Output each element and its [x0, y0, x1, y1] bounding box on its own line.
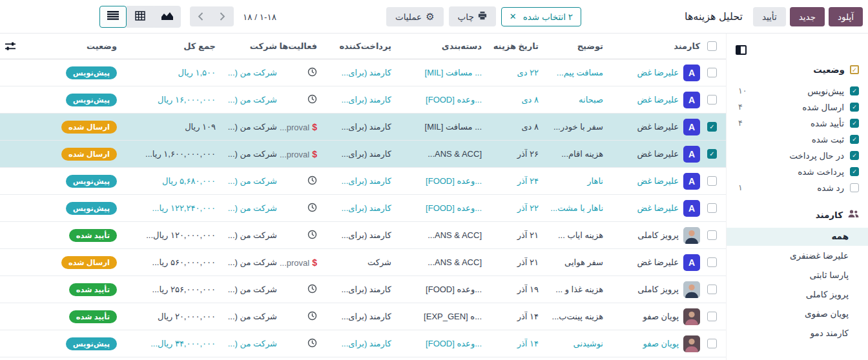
table-row[interactable]: A علیرضا غض ناهار ۲۴ آذر [FOOD] وعده... … [0, 168, 726, 195]
table-row[interactable]: پرویز کاملی هزینه غذا و ... ۱۹ آذر [FOOD… [0, 276, 726, 303]
clock-activity-icon[interactable] [280, 67, 320, 79]
table-row[interactable]: ✓ A علیرضا غض سفر با خودر... ۸ دی [MIL] … [0, 114, 726, 141]
row-checkbox[interactable] [707, 203, 717, 213]
row-checkbox[interactable] [707, 176, 717, 186]
employee-name: علیرضا غض [637, 68, 679, 77]
status-filter-checkbox[interactable]: ✓ [850, 103, 859, 112]
employee-filter-item[interactable]: علیرضا غضنفری [727, 247, 868, 265]
activity-cell[interactable]: $...proval [280, 149, 320, 159]
status-filter-item[interactable]: ✓ارسال شده۴ [727, 99, 868, 115]
activity-cell[interactable]: $...proval [280, 257, 320, 268]
activity-cell[interactable]: $...proval [280, 122, 320, 132]
expense-description: ناهار [541, 176, 606, 186]
row-checkbox[interactable] [707, 68, 717, 77]
avatar [683, 227, 700, 244]
employee-name: علیرضا غض [637, 95, 679, 105]
employee-filter-item[interactable]: پرویز کاملی [727, 286, 868, 304]
status-filter-checkbox[interactable]: ✓ [850, 135, 859, 144]
paid-by: کارمند (برای... [320, 203, 394, 213]
table-row[interactable]: A علیرضا غض سفر هوایی ۲۱ آذر ...ANS & AC… [0, 249, 726, 276]
column-header-date[interactable]: تاریخ هزینه [484, 41, 541, 51]
row-checkbox[interactable] [707, 230, 717, 240]
actions-button[interactable]: ⚙ عملیات [386, 7, 444, 26]
optional-columns-icon[interactable] [0, 42, 47, 51]
table-row[interactable]: پویان صفو نوشیدنی ۱۴ آذر [FOOD] وعده... … [0, 330, 726, 357]
total-amount: ۱۲۰,۰۰۰,۰۰۰ ریال... [125, 230, 218, 240]
sidebar-toggle-icon[interactable] [736, 45, 747, 55]
row-checkbox[interactable] [707, 257, 717, 267]
column-header-company[interactable]: شرکت [218, 41, 280, 51]
employee-filter-item[interactable]: پویان صفوی [727, 305, 868, 323]
status-filter-item[interactable]: ✓تأیید شده۴ [727, 115, 868, 131]
status-filter-label: ارسال شده [802, 102, 844, 112]
selection-toolbar: ۲ انتخاب شده ✕ چاپ ⚙ عملیات [386, 6, 581, 26]
pivot-view-button[interactable] [127, 6, 154, 28]
status-filter-item[interactable]: ✓پرداخت شده [727, 163, 868, 179]
gear-icon: ⚙ [426, 12, 434, 21]
employee-filter-item[interactable]: کارمند دمو [727, 325, 868, 343]
paid-by: کارمند (برای... [320, 149, 394, 159]
column-header-activities[interactable]: فعالیت‌ها [280, 41, 320, 51]
clock-activity-icon[interactable] [280, 338, 320, 350]
status-filter-checkbox[interactable]: ✓ [850, 151, 859, 160]
column-header-status[interactable]: وضعیت [47, 41, 125, 51]
status-filter-checkbox[interactable]: ✓ [850, 86, 859, 95]
clock-activity-icon[interactable] [280, 94, 320, 106]
column-header-description[interactable]: توضیح [541, 41, 606, 51]
status-filter-label: رد شده [817, 183, 844, 193]
table-row[interactable]: A علیرضا غض صبحانه ۸ دی [FOOD] وعده... ک… [0, 86, 726, 114]
new-button[interactable]: جدید [790, 7, 825, 26]
row-checkbox[interactable] [707, 339, 717, 348]
paid-by: کارمند (برای... [320, 122, 394, 132]
avatar: A [683, 92, 700, 108]
table-row[interactable]: پرویز کاملی هزینه ایاب ... ۲۱ آذر ...ANS… [0, 222, 726, 249]
clock-activity-icon[interactable] [280, 311, 320, 323]
table-row[interactable]: پویان صفو هزینه پینت‌ب... ۱۴ آذر [EXP_GE… [0, 303, 726, 330]
filter-sidebar: ✓ وضعیت ✓پیش‌نویس۱۰✓ارسال شده۴✓تأیید شده… [726, 34, 868, 360]
clock-activity-icon[interactable] [280, 284, 320, 295]
status-filter-checkbox[interactable] [850, 183, 859, 192]
company: شرکت من (... [218, 176, 280, 186]
status-filter-label: تأیید شده [811, 118, 844, 128]
status-filter-checkbox[interactable]: ✓ [850, 119, 859, 128]
print-button[interactable]: چاپ [449, 6, 496, 26]
expense-description: سفر هوایی [541, 257, 606, 267]
employee-filter-item[interactable]: همه [727, 228, 868, 246]
clear-selection-icon[interactable]: ✕ [510, 12, 517, 21]
status-filter-item[interactable]: ✓ثبت شده [727, 131, 868, 147]
pager-previous-icon[interactable] [190, 6, 212, 26]
row-checkbox[interactable] [707, 285, 717, 294]
table-header-row: کارمند توضیح تاریخ هزینه دسته‌بندی پرداخ… [0, 34, 726, 59]
employee-name: پرویز کاملی [637, 285, 679, 294]
total-amount: ۵,۶۸۰,۰۰۰ ریال [125, 176, 218, 186]
status-filter-item[interactable]: رد شده۱ [727, 179, 868, 195]
pager-next-icon[interactable] [212, 6, 234, 26]
row-checkbox[interactable] [707, 95, 717, 105]
row-checkbox[interactable] [707, 312, 717, 321]
column-header-total[interactable]: جمع کل [125, 41, 218, 51]
pager-range: ۱۸ / ۱-۱۸ [243, 12, 276, 22]
status-filter-checkbox[interactable]: ✓ [850, 167, 859, 176]
clock-activity-icon[interactable] [280, 175, 320, 187]
approve-button[interactable]: تأیید [753, 7, 786, 26]
select-all-checkbox[interactable] [707, 41, 717, 51]
company: شرکت من (... [218, 312, 280, 321]
upload-button[interactable]: آپلود [829, 7, 863, 26]
paid-by: کارمند (برای... [320, 176, 394, 186]
clock-activity-icon[interactable] [280, 230, 320, 241]
table-row[interactable]: A علیرضا غض مسافت پیم... ۲۲ دی [MIL] مسا… [0, 59, 726, 86]
status-filter-item[interactable]: ✓پیش‌نویس۱۰ [727, 83, 868, 99]
column-header-category[interactable]: دسته‌بندی [394, 41, 484, 51]
company: شرکت من (... [218, 149, 280, 159]
graph-view-button[interactable] [154, 6, 181, 28]
status-filter-item[interactable]: ✓در حال پرداخت [727, 147, 868, 163]
employee-filter-item[interactable]: پارسا ثابتی [727, 266, 868, 285]
clock-activity-icon[interactable] [280, 203, 320, 214]
column-header-paid-by[interactable]: پرداخت‌کننده [320, 41, 394, 51]
row-checkbox[interactable]: ✓ [707, 149, 717, 159]
column-header-employee[interactable]: کارمند [606, 41, 703, 51]
list-view-button[interactable] [99, 6, 127, 28]
row-checkbox[interactable]: ✓ [707, 122, 717, 132]
table-row[interactable]: ✓ A علیرضا غض هزینه اقام... ۲۶ آذر ...AN… [0, 141, 726, 168]
table-row[interactable]: A علیرضا غض ناهار با مشت... ۲۲ آذر [FOOD… [0, 195, 726, 222]
